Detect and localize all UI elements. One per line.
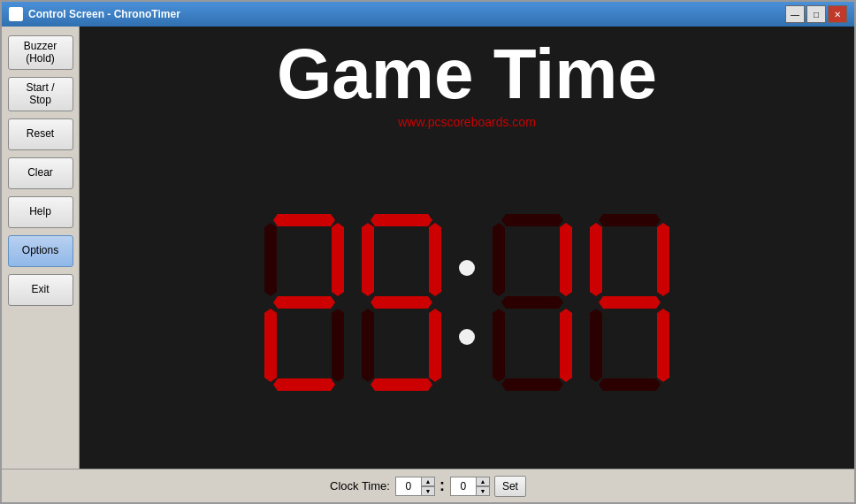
maximize-button[interactable]: □ [806, 5, 826, 23]
seg-b-9 [429, 223, 441, 296]
website-url: www.pcscoreboards.com [398, 115, 536, 129]
seg-g-1 [501, 296, 563, 309]
colon-separator [459, 214, 475, 391]
minutes-down-arrow[interactable]: ▼ [421, 486, 435, 496]
game-time-title: Game Time [277, 35, 657, 113]
minutes-arrows: ▲ ▼ [421, 477, 435, 496]
seg-d-4 [599, 378, 661, 391]
main-display: Game Time www.pcscoreboards.com [80, 27, 854, 469]
seg-a-4 [599, 214, 661, 226]
digit-tens-minutes [264, 214, 344, 391]
seg-g-2 [273, 296, 335, 309]
window-title: Control Screen - ChronoTimer [28, 8, 785, 20]
digit-tens-seconds [493, 214, 572, 391]
seg-c-9 [429, 309, 441, 382]
digit-units-seconds [590, 214, 669, 391]
colon-dot-top [459, 260, 475, 276]
time-separator: : [439, 477, 445, 495]
digit-units-minutes [362, 214, 441, 391]
set-button[interactable]: Set [494, 476, 526, 497]
seg-a-9 [371, 214, 432, 226]
seconds-arrows: ▲ ▼ [476, 477, 490, 496]
seg-d-9 [371, 378, 432, 391]
options-button[interactable]: Options [8, 235, 73, 267]
seg-e-2 [264, 309, 277, 382]
content-area: Buzzer(Hold) Start /Stop Reset Clear Hel… [2, 27, 854, 469]
seg-b-1 [560, 223, 572, 296]
minutes-spinner[interactable]: ▲ ▼ [395, 477, 434, 496]
minutes-up-arrow[interactable]: ▲ [421, 477, 435, 486]
digits-container [264, 214, 669, 391]
seg-e-1 [493, 309, 505, 382]
seg-g-9 [371, 296, 432, 309]
clock-display [80, 136, 854, 469]
title-bar-controls: — □ ✕ [785, 5, 847, 23]
clear-button[interactable]: Clear [8, 157, 73, 189]
seg-g-4 [599, 296, 661, 309]
seg-a-2 [273, 214, 335, 226]
start-stop-button[interactable]: Start /Stop [8, 77, 73, 111]
bottom-bar: Clock Time: ▲ ▼ : ▲ ▼ Set [2, 469, 854, 502]
seg-f-1 [493, 223, 505, 296]
seg-d-2 [273, 378, 335, 391]
seg-c-1 [560, 309, 572, 382]
minutes-input[interactable] [396, 480, 421, 493]
title-bar: Control Screen - ChronoTimer — □ ✕ [2, 2, 854, 27]
sidebar: Buzzer(Hold) Start /Stop Reset Clear Hel… [2, 27, 80, 469]
clock-time-label: Clock Time: [330, 479, 390, 493]
seconds-spinner[interactable]: ▲ ▼ [450, 477, 489, 496]
seconds-down-arrow[interactable]: ▼ [476, 486, 490, 496]
seg-c-4 [657, 309, 669, 382]
seconds-input[interactable] [451, 480, 476, 493]
seg-a-1 [501, 214, 563, 226]
exit-button[interactable]: Exit [8, 274, 73, 306]
seconds-up-arrow[interactable]: ▲ [476, 477, 490, 486]
seg-f-9 [362, 223, 374, 296]
seg-e-9 [362, 309, 374, 382]
seg-c-2 [332, 309, 344, 382]
main-window: Control Screen - ChronoTimer — □ ✕ Buzze… [0, 0, 856, 504]
colon-dot-bottom [459, 329, 475, 345]
window-icon [9, 7, 23, 21]
seg-b-4 [657, 223, 669, 296]
seg-e-4 [590, 309, 602, 382]
reset-button[interactable]: Reset [8, 118, 73, 150]
seg-f-4 [590, 223, 602, 296]
seg-d-1 [501, 378, 563, 391]
help-button[interactable]: Help [8, 196, 73, 228]
seg-b-2 [332, 223, 344, 296]
minimize-button[interactable]: — [785, 5, 805, 23]
buzzer-button[interactable]: Buzzer(Hold) [8, 35, 73, 70]
seg-f-2 [264, 223, 277, 296]
close-button[interactable]: ✕ [828, 5, 847, 23]
